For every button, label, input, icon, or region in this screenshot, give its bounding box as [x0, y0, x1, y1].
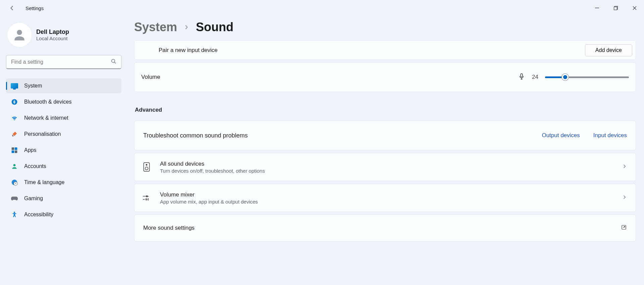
avatar [7, 23, 32, 47]
svg-point-4 [112, 59, 115, 63]
svg-point-16 [146, 164, 147, 165]
bluetooth-icon [11, 98, 18, 106]
accessibility-icon [11, 211, 18, 218]
sidebar-nav: System Bluetooth & devices Network & int… [6, 78, 121, 222]
mixer-icon [142, 194, 151, 202]
svg-point-13 [14, 212, 15, 213]
sidebar-item-accounts[interactable]: Accounts [6, 159, 121, 174]
sidebar-item-network[interactable]: Network & internet [6, 111, 121, 125]
minimize-button[interactable] [588, 1, 606, 15]
svg-point-17 [145, 167, 148, 170]
search-icon [111, 58, 117, 66]
breadcrumb: System Sound [134, 20, 636, 34]
row-subtitle: App volume mix, app input & output devic… [160, 199, 613, 205]
gamepad-icon [11, 195, 18, 202]
troubleshoot-card: Troubleshoot common sound problems Outpu… [134, 121, 636, 150]
pair-label: Pair a new input device [159, 47, 218, 54]
more-sound-settings-row[interactable]: More sound settings [134, 215, 636, 241]
profile-name: Dell Laptop [36, 28, 69, 36]
sidebar-item-label: Personalisation [24, 131, 61, 137]
svg-point-18 [146, 196, 148, 197]
main: System Sound Pair a new input device Add… [127, 16, 644, 285]
sidebar-item-bluetooth[interactable]: Bluetooth & devices [6, 95, 121, 109]
svg-rect-7 [15, 148, 17, 150]
slider-thumb[interactable] [562, 74, 569, 80]
svg-rect-8 [12, 151, 14, 153]
volume-value: 24 [532, 74, 538, 80]
volume-slider[interactable] [545, 73, 629, 81]
microphone-icon[interactable] [518, 73, 525, 81]
profile-block[interactable]: Dell Laptop Local Account [6, 19, 121, 52]
monitor-icon [11, 82, 18, 90]
maximize-button[interactable] [606, 1, 625, 15]
speaker-device-icon [142, 162, 151, 172]
maximize-icon [614, 6, 618, 10]
volume-label: Volume [141, 74, 160, 80]
row-subtitle: Turn devices on/off, troubleshoot, other… [160, 168, 613, 174]
svg-point-3 [17, 30, 22, 35]
volume-card: Volume 24 [134, 62, 636, 92]
person-green-icon [11, 163, 18, 170]
external-link-icon [621, 224, 627, 232]
svg-rect-0 [595, 8, 599, 8]
sidebar-item-accessibility[interactable]: Accessibility [6, 207, 121, 222]
globe-clock-icon [11, 179, 18, 186]
titlebar: Settings [0, 0, 644, 16]
section-header-advanced: Advanced [135, 107, 636, 113]
row-title: More sound settings [143, 225, 612, 231]
window-controls [588, 1, 644, 15]
sidebar-item-system[interactable]: System [6, 78, 121, 93]
svg-rect-6 [12, 148, 14, 150]
chevron-right-icon [622, 164, 627, 170]
row-title: Volume mixer [160, 191, 613, 198]
sidebar-item-time-language[interactable]: Time & language [6, 175, 121, 190]
minimize-icon [595, 6, 599, 10]
back-button[interactable] [7, 3, 17, 13]
sidebar-item-gaming[interactable]: Gaming [6, 191, 121, 206]
row-title: All sound devices [160, 161, 613, 167]
chevron-right-icon [622, 195, 627, 201]
sidebar-item-label: Bluetooth & devices [24, 99, 71, 105]
sidebar-item-apps[interactable]: Apps [6, 143, 121, 158]
close-button[interactable] [625, 1, 644, 15]
pair-input-device-row: Pair a new input device Add device [134, 41, 636, 60]
add-device-button[interactable]: Add device [585, 44, 632, 56]
sidebar-item-label: Time & language [24, 179, 64, 185]
apps-icon [11, 147, 18, 154]
sidebar-item-label: Accessibility [24, 212, 53, 218]
troubleshoot-label: Troubleshoot common sound problems [143, 132, 248, 139]
arrow-left-icon [9, 5, 15, 11]
input-devices-link[interactable]: Input devices [593, 132, 627, 139]
profile-subtitle: Local Account [36, 36, 69, 41]
all-sound-devices-row[interactable]: All sound devices Turn devices on/off, t… [134, 153, 636, 181]
app-title: Settings [25, 5, 44, 11]
sidebar: Dell Laptop Local Account System Bluetoo… [0, 16, 127, 285]
brush-icon [11, 130, 18, 138]
sidebar-item-label: Network & internet [24, 115, 68, 121]
chevron-right-icon [184, 22, 189, 32]
person-icon [12, 27, 27, 42]
sidebar-item-personalisation[interactable]: Personalisation [6, 127, 121, 141]
search-input[interactable] [6, 55, 121, 69]
sidebar-item-label: Accounts [24, 163, 46, 169]
sidebar-item-label: Gaming [24, 195, 43, 202]
search-box [6, 55, 121, 69]
volume-mixer-row[interactable]: Volume mixer App volume mix, app input &… [134, 184, 636, 212]
svg-rect-9 [15, 151, 17, 153]
sidebar-item-label: Apps [24, 147, 36, 153]
svg-point-10 [13, 164, 16, 166]
svg-rect-2 [614, 7, 617, 10]
svg-rect-14 [521, 74, 523, 77]
close-icon [633, 6, 637, 10]
sidebar-item-label: System [24, 83, 42, 89]
wifi-icon [11, 114, 18, 122]
output-devices-link[interactable]: Output devices [542, 132, 580, 139]
breadcrumb-parent[interactable]: System [134, 20, 177, 34]
breadcrumb-current: Sound [196, 20, 233, 34]
